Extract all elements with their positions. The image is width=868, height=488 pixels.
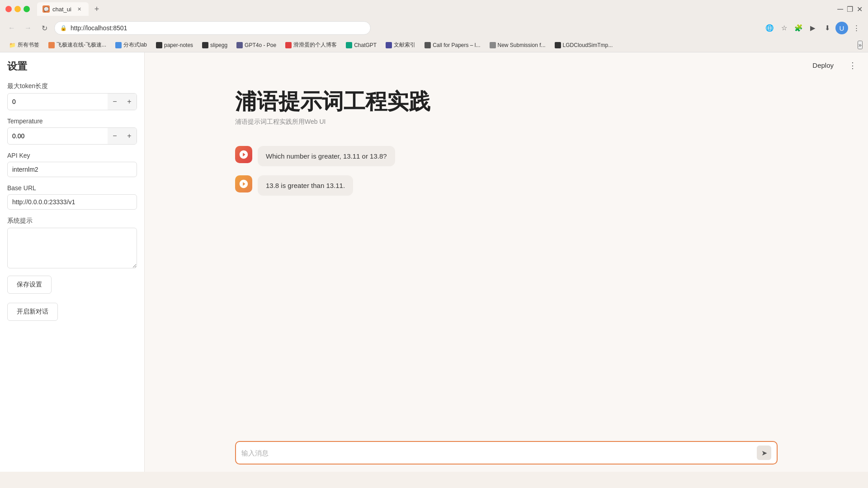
base-url-group: Base URL xyxy=(7,184,137,210)
address-bar[interactable]: 🔒 http://localhost:8501 xyxy=(54,21,371,35)
chat-input[interactable] xyxy=(241,449,757,457)
bot-avatar-2 xyxy=(235,175,252,192)
temperature-group: Temperature − + xyxy=(7,117,137,145)
bookmark-favicon-1 xyxy=(48,42,55,48)
bookmark-5[interactable]: GPT4o - Poe xyxy=(233,41,280,49)
bookmark-11[interactable]: LGDCloudSimTmp... xyxy=(551,41,617,49)
base-url-input[interactable] xyxy=(7,194,137,210)
temperature-decrement-button[interactable]: − xyxy=(108,128,122,144)
minimize-button[interactable] xyxy=(14,6,21,12)
close-button[interactable] xyxy=(5,6,12,12)
system-prompt-group: 系统提示 xyxy=(7,217,137,268)
win-minimize-icon[interactable]: ─ xyxy=(837,5,843,14)
extension-button[interactable]: 🧩 xyxy=(792,22,805,34)
bookmarks-bar: 📁 所有书签 飞极速在线-飞极速... 分布式lab paper-notes s… xyxy=(0,38,868,52)
temperature-input[interactable] xyxy=(8,129,108,143)
window-controls xyxy=(5,6,30,12)
browser-actions: 🌐 ☆ 🧩 ▶ ⬇ U ⋮ xyxy=(763,22,863,34)
bookmark-10[interactable]: New Submission f... xyxy=(486,41,549,49)
url-text: http://localhost:8501 xyxy=(71,24,365,32)
max-token-input[interactable] xyxy=(8,94,108,109)
user-avatar-1 xyxy=(235,146,252,163)
new-tab-button[interactable]: + xyxy=(90,3,103,15)
bookmark-all-tabs[interactable]: 📁 所有书签 xyxy=(5,40,43,50)
bookmark-favicon-11 xyxy=(555,42,561,48)
back-button[interactable]: ← xyxy=(5,22,18,34)
bookmark-star-button[interactable]: ☆ xyxy=(778,22,790,34)
bookmark-favicon-5 xyxy=(236,42,243,48)
bookmark-favicon-2 xyxy=(115,42,122,48)
bookmark-1[interactable]: 飞极速在线-飞极速... xyxy=(45,40,110,50)
win-restore-icon[interactable]: ❐ xyxy=(847,5,853,14)
active-tab[interactable]: 💬 chat_ui ✕ xyxy=(37,2,89,16)
chat-subtitle: 浦语提示词工程实践所用Web UI xyxy=(235,118,778,126)
lock-icon: 🔒 xyxy=(60,25,67,31)
message-bubble-1: Which number is greater, 13.11 or 13.8? xyxy=(258,146,395,166)
bookmark-favicon-8 xyxy=(386,42,392,48)
main-content: Deploy ⋮ 浦语提示词工程实践 浦语提示词工程实践所用Web UI Whi… xyxy=(145,52,868,472)
bookmark-favicon-6 xyxy=(285,42,292,48)
app-container: 设置 最大token长度 − + Temperature − + xyxy=(0,52,868,472)
maximize-button[interactable] xyxy=(24,6,30,12)
win-close-icon[interactable]: ✕ xyxy=(857,5,863,14)
api-key-group: API Key xyxy=(7,152,137,177)
send-button[interactable]: ➤ xyxy=(757,446,771,460)
sidebar-title: 设置 xyxy=(7,60,137,73)
address-bar-row: ← → ↻ 🔒 http://localhost:8501 🌐 ☆ 🧩 ▶ ⬇ … xyxy=(0,18,868,38)
system-prompt-input[interactable] xyxy=(7,228,137,268)
youtube-button[interactable]: ▶ xyxy=(807,22,819,34)
bookmark-4[interactable]: slipegg xyxy=(198,41,231,49)
max-token-group: 最大token长度 − + xyxy=(7,82,137,110)
temperature-increment-button[interactable]: + xyxy=(122,128,137,144)
settings-section: 最大token长度 − + Temperature − + API Key xyxy=(7,82,137,294)
save-settings-button[interactable]: 保存设置 xyxy=(7,276,52,294)
bookmark-8[interactable]: 文献索引 xyxy=(382,40,419,50)
tab-bar: 💬 chat_ui ✕ + xyxy=(37,2,103,16)
api-key-label: API Key xyxy=(7,152,137,159)
bookmark-7[interactable]: ChatGPT xyxy=(342,41,380,49)
menu-button[interactable]: ⋮ xyxy=(850,22,863,34)
api-key-input[interactable] xyxy=(7,162,137,177)
message-text-1: Which number is greater, 13.11 or 13.8? xyxy=(266,152,387,160)
tab-title: chat_ui xyxy=(52,6,71,13)
tab-favicon-icon: 💬 xyxy=(42,5,50,13)
message-row-2: 13.8 is greater than 13.11. xyxy=(235,175,778,196)
input-wrapper: ➤ xyxy=(235,441,778,465)
message-bubble-2: 13.8 is greater than 13.11. xyxy=(258,175,353,196)
new-chat-button[interactable]: 开启新对话 xyxy=(7,303,58,321)
bookmark-favicon-9 xyxy=(425,42,431,48)
title-bar: 💬 chat_ui ✕ + ─ ❐ ✕ xyxy=(0,0,868,18)
temperature-input-wrapper: − + xyxy=(7,127,137,145)
deploy-button[interactable]: Deploy xyxy=(805,58,841,73)
send-icon: ➤ xyxy=(761,449,767,457)
bookmark-folder-icon: 📁 xyxy=(9,42,16,48)
input-area: ➤ xyxy=(145,434,868,472)
sidebar: 设置 最大token长度 − + Temperature − + xyxy=(0,52,145,472)
max-token-input-wrapper: − + xyxy=(7,93,137,110)
main-header: Deploy ⋮ xyxy=(145,52,868,78)
base-url-label: Base URL xyxy=(7,184,137,192)
max-token-decrement-button[interactable]: − xyxy=(108,94,122,110)
tab-close-icon[interactable]: ✕ xyxy=(76,5,83,13)
max-token-increment-button[interactable]: + xyxy=(122,94,137,110)
profile-button[interactable]: U xyxy=(835,22,848,34)
message-row-1: Which number is greater, 13.11 or 13.8? xyxy=(235,146,778,166)
bookmark-9[interactable]: Call for Papers – l... xyxy=(421,41,484,49)
max-token-label: 最大token长度 xyxy=(7,82,137,90)
translate-button[interactable]: 🌐 xyxy=(763,22,776,34)
bookmark-3[interactable]: paper-notes xyxy=(152,41,197,49)
bookmark-favicon-4 xyxy=(202,42,208,48)
bookmark-favicon-7 xyxy=(346,42,352,48)
refresh-button[interactable]: ↻ xyxy=(38,22,51,34)
bookmark-favicon-3 xyxy=(156,42,162,48)
bookmark-6[interactable]: 滑滑蛋的个人博客 xyxy=(282,40,340,50)
bookmark-favicon-10 xyxy=(490,42,496,48)
forward-button[interactable]: → xyxy=(22,22,34,34)
system-prompt-label: 系统提示 xyxy=(7,217,137,225)
bookmarks-more-button[interactable]: » xyxy=(858,41,863,49)
chat-area: 浦语提示词工程实践 浦语提示词工程实践所用Web UI Which number… xyxy=(145,78,868,434)
temperature-label: Temperature xyxy=(7,117,137,125)
more-options-button[interactable]: ⋮ xyxy=(846,59,859,72)
download-button[interactable]: ⬇ xyxy=(821,22,834,34)
bookmark-2[interactable]: 分布式lab xyxy=(112,40,151,50)
